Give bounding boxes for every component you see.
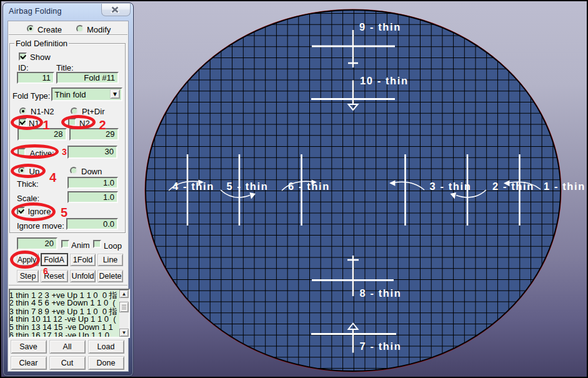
svg-text:2 - thin: 2 - thin	[492, 181, 534, 192]
svg-text:9 - thin: 9 - thin	[359, 21, 401, 32]
svg-text:5 - thin: 5 - thin	[227, 181, 269, 192]
svg-text:8 - thin: 8 - thin	[360, 287, 402, 299]
svg-text:6 - thin: 6 - thin	[288, 181, 330, 192]
svg-text:7 - thin: 7 - thin	[360, 341, 402, 352]
svg-text:4 - thin: 4 - thin	[172, 181, 214, 192]
svg-text:3 - thin: 3 - thin	[430, 181, 472, 192]
svg-text:1 - thin: 1 - thin	[544, 181, 586, 192]
svg-text:10 - thin: 10 - thin	[360, 75, 409, 86]
